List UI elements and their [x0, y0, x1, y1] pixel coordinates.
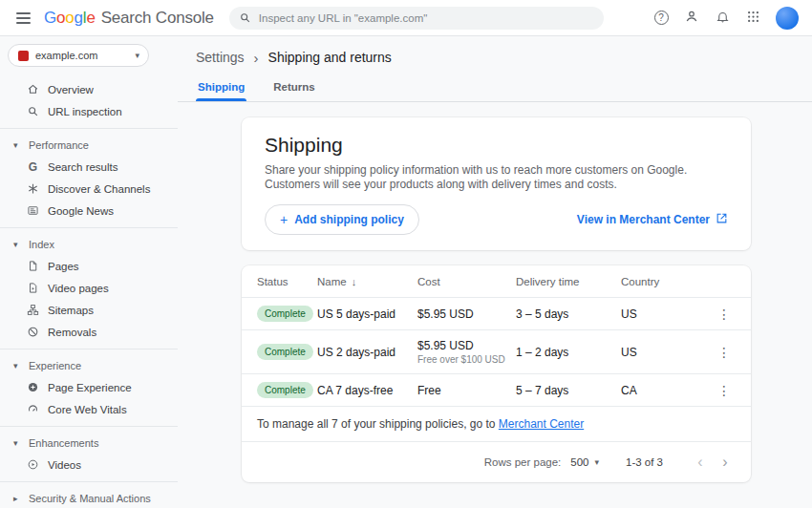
app-logo[interactable]: Google Search Console	[44, 9, 214, 28]
sidebar-item-label: Video pages	[48, 283, 109, 294]
sidebar-divider	[0, 481, 178, 482]
sidebar-item-page-experience[interactable]: Page Experience	[0, 376, 178, 398]
user-settings-button[interactable]	[679, 6, 704, 31]
rows-per-page-select[interactable]: 500 ▾	[570, 456, 599, 468]
sidebar-item-search-results[interactable]: G Search results	[0, 156, 178, 178]
view-in-merchant-center-link[interactable]: View in Merchant Center	[577, 212, 728, 227]
table-row[interactable]: Complete CA 7 days-free Free 5 – 7 days …	[242, 374, 751, 407]
cell-name: US 5 days-paid	[317, 307, 417, 321]
sidebar-divider	[0, 227, 178, 228]
sidebar-item-pages[interactable]: Pages	[0, 255, 178, 277]
tab-bar: Shipping Returns	[196, 74, 812, 101]
help-button[interactable]: ?	[649, 6, 673, 31]
account-avatar[interactable]	[776, 7, 799, 30]
topbar-actions: ?	[649, 6, 799, 31]
sidebar-section-performance[interactable]: ▾ Performance	[0, 135, 178, 156]
column-header-cost: Cost	[417, 276, 516, 287]
status-badge: Complete	[257, 306, 313, 322]
cell-name: US 2 days-paid	[317, 346, 417, 359]
view-link-label: View in Merchant Center	[577, 213, 710, 226]
tabs-divider	[178, 101, 812, 102]
sidebar-item-label: Search results	[48, 161, 118, 173]
menu-button[interactable]	[10, 5, 36, 32]
section-expand-icon: ▾	[13, 362, 22, 370]
add-shipping-policy-button[interactable]: + Add shipping policy	[265, 204, 419, 235]
column-header-name[interactable]: Name ↓	[317, 276, 417, 287]
speedometer-icon	[27, 403, 39, 415]
rows-per-page-label: Rows per page:	[484, 456, 562, 468]
topbar: Google Search Console ?	[0, 0, 812, 36]
cell-cost: $5.95 USD	[417, 307, 516, 321]
sidebar-section-experience[interactable]: ▾ Experience	[0, 355, 178, 376]
search-input[interactable]	[259, 12, 594, 24]
google-g-icon: G	[27, 160, 39, 173]
property-selector[interactable]: example.com ▾	[8, 44, 149, 67]
apps-grid-button[interactable]	[740, 6, 765, 31]
table-pagination: Rows per page: 500 ▾ 1-3 of 3 ‹ ›	[242, 442, 751, 482]
breadcrumb-settings-link[interactable]: Settings	[196, 50, 245, 65]
section-expand-icon: ▾	[13, 141, 22, 150]
sidebar-section-index[interactable]: ▾ Index	[0, 234, 178, 255]
sidebar: example.com ▾ Overview URL inspection ▾ …	[0, 36, 178, 508]
page-experience-icon	[27, 381, 39, 393]
app-title: Search Console	[101, 9, 214, 28]
section-label: Performance	[29, 139, 89, 151]
hamburger-icon	[16, 12, 31, 24]
sidebar-item-label: Pages	[48, 261, 79, 272]
section-label: Index	[29, 239, 54, 250]
table-footer-note: To manage all 7 of your shipping policie…	[242, 407, 751, 442]
column-header-country: Country	[621, 276, 713, 287]
pagination-prev-button[interactable]: ‹	[688, 450, 713, 475]
search-icon	[239, 11, 251, 24]
home-icon	[27, 83, 39, 95]
user-settings-icon	[684, 9, 699, 27]
cost-note: Free over $100 USD	[417, 354, 516, 365]
footer-text: To manage all 7 of your shipping policie…	[257, 417, 499, 431]
notifications-button[interactable]	[710, 6, 735, 31]
row-menu-button[interactable]: ⋮	[713, 379, 736, 402]
status-badge: Complete	[257, 382, 313, 398]
sidebar-item-discover[interactable]: Discover & Channels	[0, 178, 178, 200]
merchant-center-link[interactable]: Merchant Center	[499, 417, 584, 431]
tab-shipping[interactable]: Shipping	[196, 74, 246, 101]
sidebar-item-label: URL inspection	[48, 106, 122, 117]
discover-asterisk-icon	[27, 182, 39, 195]
sidebar-item-label: Overview	[48, 84, 94, 95]
sidebar-section-enhancements[interactable]: ▾ Enhancements	[0, 433, 178, 454]
cost-value: $5.95 USD	[417, 339, 474, 352]
sidebar-item-url-inspection[interactable]: URL inspection	[0, 100, 178, 122]
row-menu-button[interactable]: ⋮	[713, 341, 736, 364]
sidebar-item-label: Sitemaps	[48, 305, 94, 316]
property-favicon	[18, 51, 29, 61]
tab-returns[interactable]: Returns	[271, 74, 316, 101]
column-header-delivery-time: Delivery time	[516, 276, 621, 287]
section-label: Enhancements	[29, 437, 98, 449]
sidebar-item-google-news[interactable]: Google News	[0, 200, 178, 222]
sort-desc-icon: ↓	[352, 276, 357, 287]
add-shipping-policy-label: Add shipping policy	[294, 213, 404, 226]
shipping-description: Share your shipping policy information w…	[265, 163, 728, 192]
chevron-right-icon: ›	[722, 454, 727, 471]
table-row[interactable]: Complete US 5 days-paid $5.95 USD 3 – 5 …	[242, 298, 751, 330]
shipping-description-line1: Share your shipping policy information w…	[265, 163, 728, 178]
sidebar-item-videos[interactable]: Videos	[0, 454, 178, 476]
sidebar-section-security[interactable]: ▸ Security & Manual Actions	[0, 488, 178, 508]
sidebar-item-removals[interactable]: Removals	[0, 321, 178, 343]
external-link-icon	[716, 212, 728, 227]
sidebar-item-core-web-vitals[interactable]: Core Web Vitals	[0, 398, 178, 420]
url-inspection-searchbar[interactable]	[229, 7, 604, 30]
video-file-icon	[27, 282, 39, 294]
pagination-next-button[interactable]: ›	[713, 450, 737, 475]
sidebar-item-video-pages[interactable]: Video pages	[0, 277, 178, 299]
cell-delivery: 5 – 7 days	[516, 384, 621, 397]
section-collapsed-icon: ▸	[13, 495, 22, 503]
sidebar-item-overview[interactable]: Overview	[0, 78, 178, 100]
cell-country: US	[621, 346, 713, 359]
row-menu-button[interactable]: ⋮	[713, 303, 736, 326]
pagination-range: 1-3 of 3	[626, 456, 663, 468]
sidebar-item-sitemaps[interactable]: Sitemaps	[0, 299, 178, 321]
table-row[interactable]: Complete US 2 days-paid $5.95 USD Free o…	[242, 330, 751, 374]
shipping-policies-table: Status Name ↓ Cost Delivery time Country…	[242, 265, 751, 482]
shipping-card-actions: + Add shipping policy View in Merchant C…	[265, 204, 728, 235]
breadcrumb-current: Shipping and returns	[268, 50, 392, 65]
